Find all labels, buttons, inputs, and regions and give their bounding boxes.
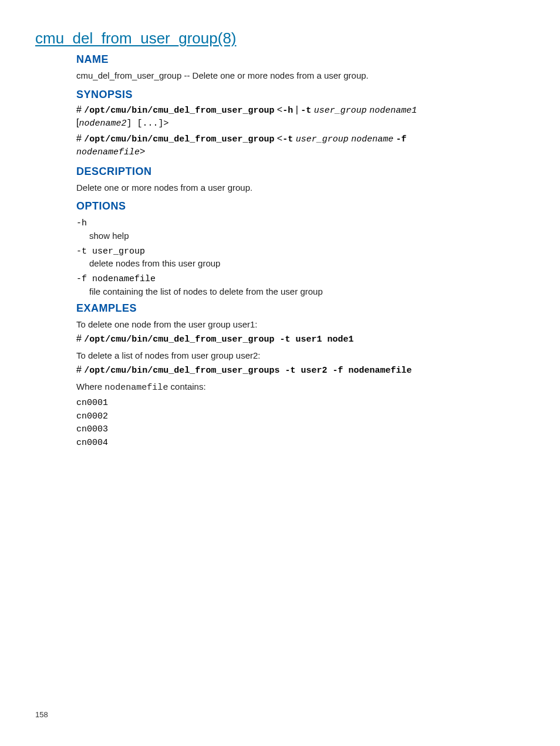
name-cmd: cmu_del_from_user_group <box>76 70 181 80</box>
name-sep: -- <box>181 70 192 80</box>
where-pre: Where <box>76 382 104 391</box>
synopsis-2-nodename: nodename <box>351 134 393 144</box>
synopsis-2-t: -t <box>282 134 293 144</box>
section-examples-heading: EXAMPLES <box>76 302 525 315</box>
section-name-heading: NAME <box>76 53 525 66</box>
options-list: -h show help -t user_group delete nodes … <box>76 217 525 296</box>
name-desc: Delete one or more nodes from a user gro… <box>193 70 369 80</box>
option-flag: -h <box>76 217 525 231</box>
example-intro-2: To delete a list of nodes from user grou… <box>76 349 525 363</box>
example-1-cmd: /opt/cmu/bin/cmu_del_from_user_group -t … <box>84 335 353 345</box>
synopsis-2-close: > <box>140 146 145 156</box>
name-line: cmu_del_from_user_group -- Delete one or… <box>76 69 525 83</box>
where-code: nodenamefile <box>104 383 168 393</box>
synopsis-2-usergroup: user_group <box>296 134 349 144</box>
man-page: cmu_del_from_user_group(8) NAME cmu_del_… <box>0 0 560 474</box>
example-file-contents: cn0001 cn0002 cn0003 cn0004 <box>76 397 525 450</box>
synopsis-1-mid1: < <box>274 104 282 114</box>
example-2-prefix: # <box>76 364 84 374</box>
synopsis-1-prefix: # <box>76 104 84 114</box>
synopsis-1-nodename2: nodename2 <box>79 119 126 129</box>
where-post: contains: <box>168 382 205 391</box>
synopsis-2-f: -f <box>396 134 407 144</box>
synopsis-1-t: -t <box>301 106 311 116</box>
option-flag-text: -f <box>76 274 92 284</box>
content-block: NAME cmu_del_from_user_group -- Delete o… <box>76 53 525 450</box>
synopsis-1-mid2: | <box>293 104 301 114</box>
description-text: Delete one or more nodes from a user gro… <box>76 181 525 195</box>
option-flag-text: -h <box>76 218 87 228</box>
example-intro-1: To delete one node from the user group u… <box>76 318 525 332</box>
example-cmd-2: # /opt/cmu/bin/cmu_del_from_user_groups … <box>76 364 525 378</box>
option-desc: file containing the list of nodes to del… <box>89 286 525 296</box>
section-options-heading: OPTIONS <box>76 200 525 212</box>
option-desc: show help <box>89 231 525 241</box>
synopsis-1-usergroup: user_group <box>314 106 367 116</box>
synopsis-1-h: -h <box>282 106 293 116</box>
example-where: Where nodenamefile contains: <box>76 380 525 395</box>
section-synopsis-heading: SYNOPSIS <box>76 89 525 101</box>
synopsis-2-prefix: # <box>76 133 84 143</box>
option-flag-text: -t <box>76 247 92 256</box>
page-title: cmu_del_from_user_group(8) <box>35 29 525 48</box>
example-1-prefix: # <box>76 333 84 343</box>
section-description-heading: DESCRIPTION <box>76 166 525 178</box>
synopsis-2-cmd: /opt/cmu/bin/cmu_del_from_user_group <box>84 134 274 144</box>
synopsis-1-close: ] [...]> <box>126 119 168 129</box>
option-flag: -f nodenamefile <box>76 273 525 286</box>
synopsis-line-2: # /opt/cmu/bin/cmu_del_from_user_group <… <box>76 133 525 160</box>
option-flag: -t user_group <box>76 245 525 259</box>
synopsis-2-file: nodenamefile <box>76 147 140 157</box>
synopsis-line-1: # /opt/cmu/bin/cmu_del_from_user_group <… <box>76 104 525 131</box>
option-arg-text: nodenamefile <box>92 274 156 284</box>
synopsis-2-mid1: < <box>274 133 282 143</box>
synopsis-1-cmd: /opt/cmu/bin/cmu_del_from_user_group <box>84 106 274 116</box>
option-arg-text: user_group <box>92 247 145 256</box>
synopsis-1-nodename1: nodename1 <box>369 106 417 116</box>
example-2-cmd: /opt/cmu/bin/cmu_del_from_user_groups -t… <box>84 366 411 376</box>
option-desc: delete nodes from this user group <box>89 258 525 268</box>
example-cmd-1: # /opt/cmu/bin/cmu_del_from_user_group -… <box>76 333 525 347</box>
